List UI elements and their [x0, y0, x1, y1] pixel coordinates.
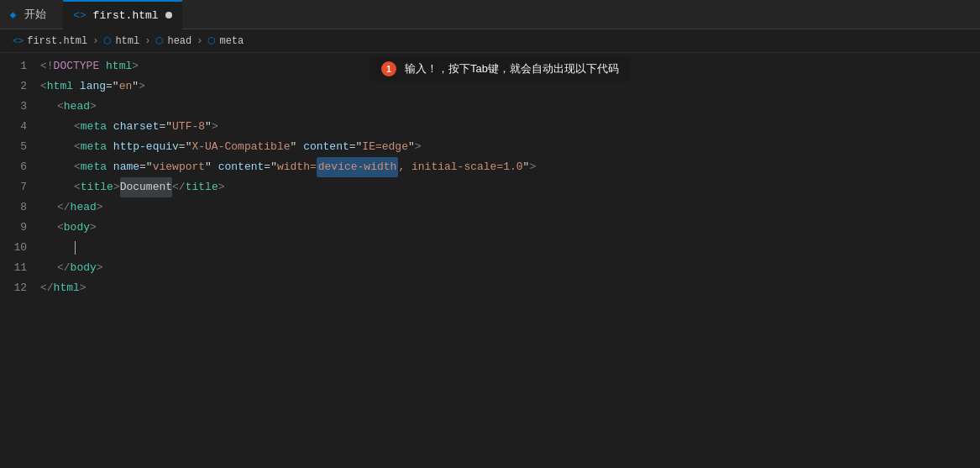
breadcrumb-head[interactable]: head [167, 35, 191, 47]
line-num-4: 4 [0, 117, 40, 137]
line-content-7: <title>Document</title> [40, 177, 225, 197]
unsaved-indicator [165, 12, 172, 18]
code-editor[interactable]: 1 <!DOCTYPE html> 2 <html lang="en"> 3 <… [0, 53, 980, 468]
code-line-10: 10 [0, 238, 980, 258]
breadcrumb-meta-icon: ⬡ [207, 35, 216, 46]
line-content-8: </head> [40, 197, 103, 218]
line-num-6: 6 [0, 157, 40, 177]
line-num-5: 5 [0, 137, 40, 157]
line-num-11: 11 [0, 258, 40, 278]
line-content-5: <meta http-equiv="X-UA-Compatible" conte… [40, 137, 422, 157]
code-line-3: 3 <head> [0, 97, 980, 117]
breadcrumb-sep-1: › [92, 35, 98, 47]
line-content-1: <!DOCTYPE html> [40, 56, 139, 76]
code-line-11: 11 </body> [0, 258, 980, 278]
code-line-5: 5 <meta http-equiv="X-UA-Compatible" con… [0, 137, 980, 157]
breadcrumb-meta[interactable]: meta [219, 35, 244, 47]
tooltip-text: 输入！，按下Tab键，就会自动出现以下代码 [405, 61, 619, 76]
line-num-9: 9 [0, 218, 40, 238]
tooltip-badge: 1 [381, 61, 396, 76]
line-content-6: <meta name="viewport" content="width=dev… [40, 157, 536, 177]
html-file-icon: <> [73, 9, 86, 22]
editor-area[interactable]: 1 输入！，按下Tab键，就会自动出现以下代码 1 <!DOCTYPE html… [0, 53, 980, 468]
title-bar: ⬥ 开始 <> first.html [0, 0, 980, 29]
breadcrumb-sep-2: › [144, 35, 150, 47]
breadcrumb-html-icon: ⬡ [103, 35, 112, 46]
breadcrumb-bar: <> first.html › ⬡ html › ⬡ head › ⬡ meta [0, 29, 980, 53]
line-content-3: <head> [40, 97, 97, 117]
line-content-4: <meta charset="UTF-8"> [40, 117, 218, 137]
code-line-12: 12 </html> [0, 278, 980, 298]
breadcrumb-html[interactable]: html [115, 35, 139, 47]
line-content-12: </html> [40, 278, 86, 298]
line-content-9: <body> [40, 218, 97, 238]
line-content-10 [40, 241, 76, 255]
line-num-7: 7 [0, 177, 40, 197]
code-line-4: 4 <meta charset="UTF-8"> [0, 117, 980, 137]
breadcrumb-file-icon: <> [13, 36, 24, 46]
line-content-11: </body> [40, 258, 103, 278]
breadcrumb-head-icon: ⬡ [155, 35, 164, 46]
breadcrumb-sep-3: › [197, 35, 202, 47]
line-num-8: 8 [0, 197, 40, 218]
breadcrumb-filename[interactable]: first.html [27, 35, 87, 47]
code-line-7: 7 <title>Document</title> [0, 177, 980, 197]
code-line-9: 9 <body> [0, 218, 980, 238]
code-line-8: 8 </head> [0, 197, 980, 218]
line-content-2: <html lang="en"> [40, 76, 145, 97]
code-line-6: 6 <meta name="viewport" content="width=d… [0, 157, 980, 177]
tooltip: 1 输入！，按下Tab键，就会自动出现以下代码 [369, 56, 631, 82]
line-num-2: 2 [0, 76, 40, 97]
vscode-logo: ⬥ [8, 6, 18, 23]
tab-filename: first.html [93, 9, 159, 22]
line-num-10: 10 [0, 238, 40, 258]
start-label: 开始 [24, 7, 46, 22]
editor-tab[interactable]: <> first.html [63, 0, 182, 29]
line-num-12: 12 [0, 278, 40, 298]
line-num-3: 3 [0, 97, 40, 117]
line-num-1: 1 [0, 56, 40, 76]
